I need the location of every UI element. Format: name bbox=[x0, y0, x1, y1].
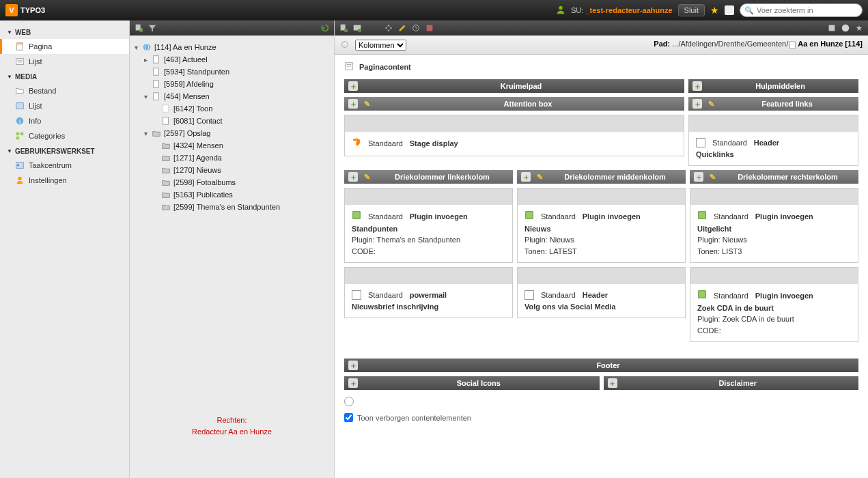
content-element[interactable]: Standaard Stage display bbox=[344, 115, 684, 156]
add-content-icon[interactable]: ＋ bbox=[348, 99, 358, 109]
add-content-icon[interactable]: ＋ bbox=[348, 378, 358, 388]
ce-drag-bar[interactable] bbox=[345, 268, 512, 284]
col-hulpmiddelen-header: ＋Hulpmiddelen bbox=[688, 79, 858, 93]
module-categories[interactable]: Categories bbox=[0, 128, 129, 143]
tree-node[interactable]: [6142] Toon bbox=[132, 102, 331, 115]
content-element[interactable]: Standaard Plugin invoegen Nieuws Plugin:… bbox=[517, 188, 686, 263]
tree-node[interactable]: [1270] Nieuws bbox=[132, 164, 331, 176]
content-element[interactable]: Standaard Plugin invoegen Standpunten Pl… bbox=[344, 188, 513, 263]
tree-toolbar: + bbox=[130, 20, 334, 36]
add-content-icon[interactable]: ＋ bbox=[348, 81, 358, 91]
ce-drag-bar[interactable] bbox=[345, 188, 512, 205]
list-icon bbox=[15, 101, 25, 111]
layout-selector[interactable]: Kolommen bbox=[355, 40, 406, 51]
current-page[interactable]: Aa en Hunze [114] bbox=[798, 40, 863, 48]
module-group-user[interactable]: GEBRUIKERSWERKSET bbox=[0, 143, 129, 158]
svg-rect-11 bbox=[16, 137, 19, 139]
search-box[interactable]: 🔍 bbox=[740, 3, 863, 17]
search-input[interactable] bbox=[757, 6, 858, 14]
module-info[interactable]: iInfo bbox=[0, 113, 129, 128]
tree-node[interactable]: [2599] Thema's en Standpunten bbox=[132, 201, 331, 213]
categories-icon bbox=[15, 131, 25, 141]
ce-drag-bar[interactable] bbox=[518, 188, 685, 205]
content-element[interactable]: Standaard Header Quicklinks bbox=[688, 115, 858, 166]
edit-icon[interactable] bbox=[397, 23, 407, 33]
module-instellingen[interactable]: Instellingen bbox=[0, 173, 129, 188]
folder-icon bbox=[15, 86, 25, 96]
add-content-icon[interactable]: ＋ bbox=[521, 172, 531, 182]
close-button[interactable]: Sluit bbox=[678, 4, 705, 16]
tree-node[interactable]: ▾[454] Mensen bbox=[132, 90, 331, 102]
page-content-title: Paginacontent bbox=[344, 61, 858, 72]
help-icon[interactable] bbox=[841, 23, 850, 33]
content-element[interactable]: Standaard Plugin invoegen Uitgelicht Plu… bbox=[690, 188, 858, 263]
refresh-tree-icon[interactable] bbox=[320, 23, 330, 33]
tree-node[interactable]: [4324] Mensen bbox=[132, 139, 331, 152]
page-icon bbox=[152, 79, 161, 89]
refresh-icon[interactable] bbox=[344, 397, 354, 406]
svg-rect-6 bbox=[16, 103, 24, 109]
ce-drag-bar[interactable] bbox=[518, 268, 685, 284]
ce-drag-bar[interactable] bbox=[690, 268, 858, 284]
new-content-icon[interactable] bbox=[339, 23, 348, 33]
chevron-right-icon[interactable]: ▸ bbox=[142, 56, 149, 64]
tree-node-root[interactable]: ▾[114] Aa en Hunze bbox=[132, 41, 331, 53]
module-group-media[interactable]: MEDIA bbox=[0, 69, 129, 83]
bookmark-icon[interactable]: ★ bbox=[854, 23, 864, 33]
edit-col-icon[interactable]: ✎ bbox=[706, 99, 716, 109]
col-kruimelpad-header: ＋Kruimelpad bbox=[344, 79, 684, 93]
add-content-icon[interactable]: ＋ bbox=[694, 172, 703, 182]
svg-rect-39 bbox=[353, 212, 361, 219]
new-content2-icon[interactable] bbox=[352, 23, 362, 33]
module-pagina[interactable]: Pagina bbox=[0, 39, 129, 54]
new-page-icon[interactable]: + bbox=[134, 23, 143, 33]
tree-node[interactable]: [1271] Agenda bbox=[132, 152, 331, 164]
edit-col-icon[interactable]: ✎ bbox=[708, 172, 717, 182]
clipboard-icon[interactable] bbox=[725, 5, 734, 15]
add-content-icon[interactable]: ＋ bbox=[348, 172, 358, 182]
content-element[interactable]: Standaard powermail Nieuwsbrief inschrij… bbox=[344, 267, 513, 318]
add-content-icon[interactable]: ＋ bbox=[348, 361, 358, 370]
hidden-checkbox[interactable] bbox=[344, 413, 353, 422]
tree-node[interactable]: [5934] Standpunten bbox=[132, 66, 331, 78]
ce-drag-bar[interactable] bbox=[345, 115, 684, 132]
tree-node[interactable]: [5959] Afdeling bbox=[132, 78, 331, 90]
edit-col-icon[interactable]: ✎ bbox=[362, 99, 372, 109]
bookmark-star-icon[interactable]: ★ bbox=[710, 5, 719, 16]
content-icon bbox=[344, 61, 354, 72]
svg-rect-10 bbox=[20, 132, 23, 135]
filter-icon[interactable] bbox=[148, 23, 157, 33]
module-media-lijst[interactable]: Lijst bbox=[0, 98, 129, 113]
cache-icon[interactable] bbox=[425, 23, 434, 33]
edit-col-icon[interactable]: ✎ bbox=[362, 172, 372, 182]
hidden-toggle[interactable]: Toon verborgen contentelementen bbox=[344, 413, 858, 422]
add-content-icon[interactable]: ＋ bbox=[608, 378, 617, 388]
move-icon[interactable] bbox=[384, 23, 393, 33]
tree-node[interactable]: [5163] Publicaties bbox=[132, 188, 331, 201]
svg-point-18 bbox=[143, 44, 151, 51]
shortcut-icon[interactable] bbox=[827, 23, 837, 33]
chevron-down-icon[interactable]: ▾ bbox=[142, 130, 149, 137]
globe-icon bbox=[142, 42, 152, 52]
tree-node[interactable]: ▸[463] Actueel bbox=[132, 53, 331, 66]
ce-drag-bar[interactable] bbox=[690, 188, 858, 205]
content-element[interactable]: Standaard Plugin invoegen Zoek CDA in de… bbox=[690, 267, 858, 342]
tree-node[interactable]: [6081] Contact bbox=[132, 115, 331, 127]
chevron-down-icon[interactable]: ▾ bbox=[142, 93, 149, 100]
module-taakcentrum[interactable]: Taakcentrum bbox=[0, 158, 129, 173]
svg-point-0 bbox=[559, 6, 562, 10]
module-bestand[interactable]: Bestand bbox=[0, 83, 129, 98]
module-lijst[interactable]: Lijst bbox=[0, 54, 129, 69]
content-element[interactable]: Standaard Header Volg ons via Social Med… bbox=[517, 267, 686, 318]
edit-col-icon[interactable]: ✎ bbox=[535, 172, 544, 182]
su-username[interactable]: _test-redacteur-aahunze bbox=[585, 6, 672, 14]
ce-drag-bar[interactable] bbox=[689, 115, 858, 132]
add-content-icon[interactable]: ＋ bbox=[692, 81, 702, 91]
tree-node[interactable]: ▾[2597] Opslag bbox=[132, 127, 331, 139]
add-content-icon[interactable]: ＋ bbox=[692, 99, 702, 109]
module-group-web[interactable]: WEB bbox=[0, 25, 129, 39]
history-icon[interactable] bbox=[411, 23, 421, 33]
chevron-down-icon[interactable]: ▾ bbox=[132, 44, 139, 51]
svg-rect-2 bbox=[17, 43, 23, 45]
tree-node[interactable]: [2598] Fotoalbums bbox=[132, 176, 331, 188]
